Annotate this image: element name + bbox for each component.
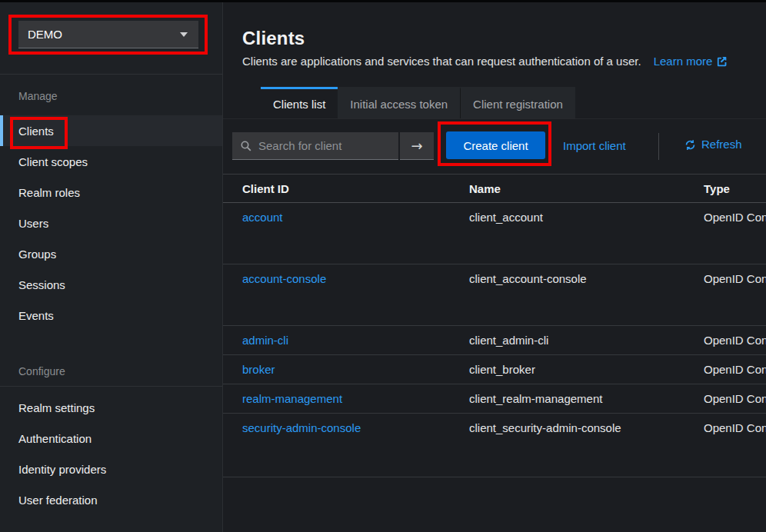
nav-section-manage: ManageClientsClient scopesRealm rolesUse…	[0, 90, 222, 331]
tab-client-registration[interactable]: Client registration	[460, 87, 575, 118]
search-group: →	[232, 132, 434, 160]
column-header-client-id: Client ID	[242, 182, 469, 195]
sidebar-item-realm-roles[interactable]: Realm roles	[0, 177, 222, 208]
client-name-cell: client_admin-cli	[469, 334, 704, 347]
section-label-configure: Configure	[18, 365, 222, 377]
client-type-cell: OpenID Connect	[704, 334, 766, 347]
table-row-security-admin-console: security-admin-consoleclient_security-ad…	[223, 414, 766, 477]
client-id-link[interactable]: account	[242, 211, 283, 224]
client-name-cell: client_broker	[469, 363, 704, 376]
client-type-cell: OpenID Connect	[704, 272, 766, 285]
tab-bar: Clients listInitial access tokenClient r…	[223, 87, 766, 119]
main-content: Clients Clients are applications and ser…	[223, 2, 766, 532]
table-header: Client IDNameType	[223, 175, 766, 203]
client-name-cell: client_account	[469, 211, 704, 224]
sidebar-item-groups[interactable]: Groups	[0, 238, 222, 269]
table-row-realm-management: realm-managementclient_realm-managementO…	[223, 384, 766, 414]
table-row-account: accountclient_accountOpenID Connect	[223, 203, 766, 264]
import-client-link[interactable]: Import client	[563, 139, 626, 152]
toolbar-divider	[658, 133, 659, 160]
realm-selector-dropdown[interactable]: DEMO	[18, 21, 198, 48]
refresh-label: Refresh	[701, 138, 742, 151]
external-link-icon	[717, 56, 728, 67]
chevron-down-icon	[180, 32, 188, 37]
sidebar-item-user-federation[interactable]: User federation	[0, 484, 222, 515]
sidebar-item-users[interactable]: Users	[0, 208, 222, 238]
client-type-cell: OpenID Connect	[704, 421, 766, 434]
client-id-link[interactable]: broker	[242, 363, 275, 376]
client-name-cell: client_account-console	[469, 272, 704, 285]
sidebar-nav: ManageClientsClient scopesRealm rolesUse…	[0, 90, 222, 515]
client-type-cell: OpenID Connect	[704, 211, 766, 224]
page-description: Clients are applications and services th…	[242, 55, 641, 68]
learn-more-link[interactable]: Learn more	[654, 55, 728, 68]
realm-selector-area: DEMO	[0, 2, 222, 75]
nav-section-configure: ConfigureRealm settingsAuthenticationIde…	[0, 365, 222, 515]
create-client-button[interactable]: Create client	[446, 131, 545, 159]
sidebar-item-client-scopes[interactable]: Client scopes	[0, 146, 222, 177]
sidebar-item-identity-providers[interactable]: Identity providers	[0, 454, 222, 484]
sidebar-item-authentication[interactable]: Authentication	[0, 423, 222, 454]
table-row-broker: brokerclient_brokerOpenID Connect	[223, 355, 766, 384]
sidebar-item-events[interactable]: Events	[0, 300, 222, 331]
table-row-account-console: account-consoleclient_account-consoleOpe…	[223, 264, 766, 326]
nav-section-divider	[0, 386, 222, 387]
client-id-link[interactable]: security-admin-console	[242, 421, 361, 434]
page-title: Clients	[242, 28, 305, 49]
sidebar-item-realm-settings[interactable]: Realm settings	[0, 392, 222, 423]
keycloak-admin-console: DEMO ManageClientsClient scopesRealm rol…	[0, 0, 766, 532]
realm-name: DEMO	[28, 28, 62, 41]
table-body: accountclient_accountOpenID Connectaccou…	[223, 203, 766, 477]
tab-initial-access-token[interactable]: Initial access token	[338, 87, 460, 118]
section-label-manage: Manage	[18, 90, 222, 102]
arrow-right-icon: →	[411, 138, 422, 154]
sidebar-item-sessions[interactable]: Sessions	[0, 269, 222, 300]
table-row-admin-cli: admin-cliclient_admin-cliOpenID Connect	[223, 326, 766, 355]
tab-clients-list[interactable]: Clients list	[261, 87, 338, 118]
refresh-link[interactable]: Refresh	[684, 138, 742, 151]
search-submit-button[interactable]: →	[400, 132, 434, 160]
toolbar: → Create client Import client Refresh	[223, 119, 766, 175]
search-icon	[240, 140, 252, 152]
refresh-icon	[684, 139, 696, 151]
learn-more-label: Learn more	[654, 55, 713, 68]
sidebar-item-clients[interactable]: Clients	[0, 115, 222, 146]
column-header-type: Type	[704, 182, 766, 195]
client-id-link[interactable]: account-console	[242, 272, 326, 285]
page-description-row: Clients are applications and services th…	[242, 55, 728, 68]
client-type-cell: OpenID Connect	[704, 392, 766, 405]
clients-table: Client IDNameType accountclient_accountO…	[223, 175, 766, 477]
client-id-link[interactable]: realm-management	[242, 392, 342, 405]
client-type-cell: OpenID Connect	[704, 363, 766, 376]
search-input[interactable]	[232, 132, 398, 160]
client-id-link[interactable]: admin-cli	[242, 334, 288, 347]
client-name-cell: client_security-admin-console	[469, 421, 704, 434]
client-name-cell: client_realm-management	[469, 392, 704, 405]
column-header-name: Name	[469, 182, 704, 195]
sidebar: DEMO ManageClientsClient scopesRealm rol…	[0, 2, 223, 532]
